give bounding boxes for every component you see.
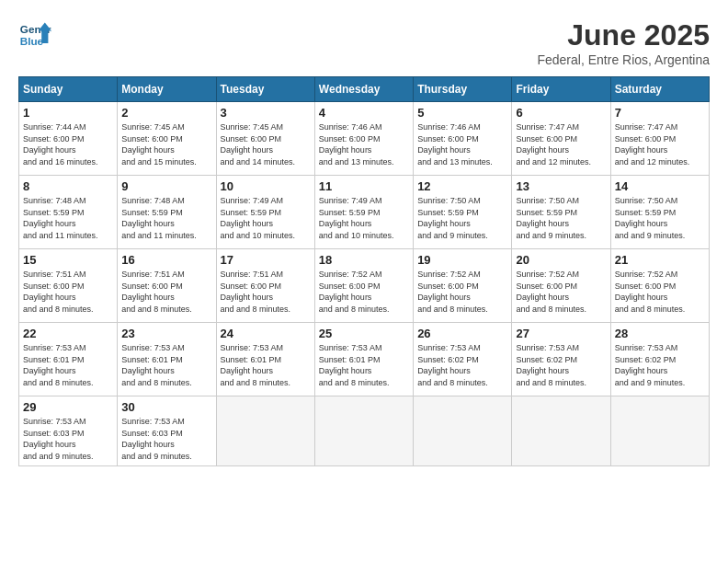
- calendar-day-cell: 13 Sunrise: 7:50 AM Sunset: 5:59 PM Dayl…: [512, 176, 610, 249]
- day-number: 26: [417, 327, 507, 340]
- weekday-header-friday: Friday: [512, 77, 610, 102]
- calendar-week-row: 15 Sunrise: 7:51 AM Sunset: 6:00 PM Dayl…: [19, 249, 710, 323]
- day-info: Sunrise: 7:47 AM Sunset: 6:00 PM Dayligh…: [516, 121, 606, 167]
- calendar-day-cell: 22 Sunrise: 7:53 AM Sunset: 6:01 PM Dayl…: [19, 323, 118, 396]
- day-number: 20: [516, 253, 606, 267]
- calendar-day-cell: 10 Sunrise: 7:49 AM Sunset: 5:59 PM Dayl…: [216, 176, 314, 249]
- day-number: 4: [319, 106, 409, 120]
- calendar-week-row: 8 Sunrise: 7:48 AM Sunset: 5:59 PM Dayli…: [19, 176, 710, 249]
- calendar-day-cell: [512, 396, 610, 466]
- day-info: Sunrise: 7:49 AM Sunset: 5:59 PM Dayligh…: [319, 195, 409, 241]
- day-info: Sunrise: 7:48 AM Sunset: 5:59 PM Dayligh…: [23, 195, 113, 241]
- calendar-day-cell: 12 Sunrise: 7:50 AM Sunset: 5:59 PM Dayl…: [414, 176, 512, 249]
- calendar-day-cell: 14 Sunrise: 7:50 AM Sunset: 5:59 PM Dayl…: [610, 176, 709, 249]
- calendar-day-cell: 3 Sunrise: 7:45 AM Sunset: 6:00 PM Dayli…: [216, 102, 314, 176]
- day-info: Sunrise: 7:53 AM Sunset: 6:02 PM Dayligh…: [417, 342, 507, 388]
- calendar-day-cell: 23 Sunrise: 7:53 AM Sunset: 6:01 PM Dayl…: [118, 323, 216, 396]
- day-info: Sunrise: 7:50 AM Sunset: 5:59 PM Dayligh…: [417, 195, 507, 241]
- day-number: 1: [23, 106, 113, 120]
- calendar-table: SundayMondayTuesdayWednesdayThursdayFrid…: [18, 76, 710, 466]
- calendar-day-cell: 29 Sunrise: 7:53 AM Sunset: 6:03 PM Dayl…: [19, 396, 118, 466]
- weekday-header-wednesday: Wednesday: [314, 77, 413, 102]
- logo: General Blue: [18, 18, 51, 52]
- day-info: Sunrise: 7:52 AM Sunset: 6:00 PM Dayligh…: [615, 269, 705, 315]
- calendar-day-cell: 19 Sunrise: 7:52 AM Sunset: 6:00 PM Dayl…: [414, 249, 512, 323]
- calendar-header-row: SundayMondayTuesdayWednesdayThursdayFrid…: [19, 77, 710, 102]
- day-info: Sunrise: 7:46 AM Sunset: 6:00 PM Dayligh…: [319, 121, 409, 167]
- day-number: 7: [615, 106, 705, 120]
- page-header: General Blue June 2025 Federal, Entre Ri…: [18, 18, 710, 67]
- calendar-day-cell: 16 Sunrise: 7:51 AM Sunset: 6:00 PM Dayl…: [118, 249, 216, 323]
- calendar-day-cell: 11 Sunrise: 7:49 AM Sunset: 5:59 PM Dayl…: [314, 176, 413, 249]
- day-number: 10: [221, 179, 311, 193]
- day-info: Sunrise: 7:45 AM Sunset: 6:00 PM Dayligh…: [121, 121, 211, 167]
- calendar-day-cell: 9 Sunrise: 7:48 AM Sunset: 5:59 PM Dayli…: [118, 176, 216, 249]
- calendar-day-cell: 5 Sunrise: 7:46 AM Sunset: 6:00 PM Dayli…: [414, 102, 512, 176]
- day-number: 27: [516, 327, 606, 340]
- day-number: 15: [23, 253, 113, 267]
- day-number: 14: [615, 179, 705, 193]
- calendar-week-row: 22 Sunrise: 7:53 AM Sunset: 6:01 PM Dayl…: [19, 323, 710, 396]
- day-number: 9: [121, 179, 211, 193]
- calendar-day-cell: 18 Sunrise: 7:52 AM Sunset: 6:00 PM Dayl…: [314, 249, 413, 323]
- day-info: Sunrise: 7:50 AM Sunset: 5:59 PM Dayligh…: [516, 195, 606, 241]
- day-number: 6: [516, 106, 606, 120]
- day-number: 22: [23, 327, 113, 340]
- calendar-day-cell: 1 Sunrise: 7:44 AM Sunset: 6:00 PM Dayli…: [19, 102, 118, 176]
- day-info: Sunrise: 7:53 AM Sunset: 6:02 PM Dayligh…: [516, 342, 606, 388]
- day-number: 16: [121, 253, 211, 267]
- calendar-day-cell: 20 Sunrise: 7:52 AM Sunset: 6:00 PM Dayl…: [512, 249, 610, 323]
- calendar-day-cell: [216, 396, 314, 466]
- title-area: June 2025 Federal, Entre Rios, Argentina: [537, 18, 710, 67]
- day-info: Sunrise: 7:53 AM Sunset: 6:02 PM Dayligh…: [615, 342, 705, 388]
- calendar-day-cell: 7 Sunrise: 7:47 AM Sunset: 6:00 PM Dayli…: [610, 102, 709, 176]
- day-info: Sunrise: 7:47 AM Sunset: 6:00 PM Dayligh…: [615, 121, 705, 167]
- day-info: Sunrise: 7:53 AM Sunset: 6:01 PM Dayligh…: [221, 342, 311, 388]
- day-info: Sunrise: 7:53 AM Sunset: 6:03 PM Dayligh…: [121, 416, 211, 462]
- calendar-day-cell: 17 Sunrise: 7:51 AM Sunset: 6:00 PM Dayl…: [216, 249, 314, 323]
- logo-icon: General Blue: [18, 18, 51, 52]
- day-number: 23: [121, 327, 211, 340]
- day-info: Sunrise: 7:50 AM Sunset: 5:59 PM Dayligh…: [615, 195, 705, 241]
- calendar-day-cell: 28 Sunrise: 7:53 AM Sunset: 6:02 PM Dayl…: [610, 323, 709, 396]
- day-number: 29: [23, 400, 113, 414]
- day-number: 25: [319, 327, 409, 340]
- calendar-day-cell: 8 Sunrise: 7:48 AM Sunset: 5:59 PM Dayli…: [19, 176, 118, 249]
- day-number: 2: [121, 106, 211, 120]
- svg-text:Blue: Blue: [20, 35, 44, 47]
- calendar-day-cell: 26 Sunrise: 7:53 AM Sunset: 6:02 PM Dayl…: [414, 323, 512, 396]
- day-info: Sunrise: 7:53 AM Sunset: 6:01 PM Dayligh…: [319, 342, 409, 388]
- day-number: 12: [417, 179, 507, 193]
- day-info: Sunrise: 7:51 AM Sunset: 6:00 PM Dayligh…: [121, 269, 211, 315]
- day-number: 13: [516, 179, 606, 193]
- calendar-day-cell: 4 Sunrise: 7:46 AM Sunset: 6:00 PM Dayli…: [314, 102, 413, 176]
- calendar-day-cell: 27 Sunrise: 7:53 AM Sunset: 6:02 PM Dayl…: [512, 323, 610, 396]
- day-number: 28: [615, 327, 705, 340]
- day-number: 24: [221, 327, 311, 340]
- day-info: Sunrise: 7:53 AM Sunset: 6:01 PM Dayligh…: [121, 342, 211, 388]
- day-number: 11: [319, 179, 409, 193]
- day-number: 18: [319, 253, 409, 267]
- calendar-day-cell: 2 Sunrise: 7:45 AM Sunset: 6:00 PM Dayli…: [118, 102, 216, 176]
- day-info: Sunrise: 7:53 AM Sunset: 6:01 PM Dayligh…: [23, 342, 113, 388]
- month-title: June 2025: [537, 18, 710, 52]
- day-info: Sunrise: 7:52 AM Sunset: 6:00 PM Dayligh…: [319, 269, 409, 315]
- day-info: Sunrise: 7:53 AM Sunset: 6:03 PM Dayligh…: [23, 416, 113, 462]
- day-info: Sunrise: 7:48 AM Sunset: 5:59 PM Dayligh…: [121, 195, 211, 241]
- location-title: Federal, Entre Rios, Argentina: [537, 52, 710, 67]
- weekday-header-tuesday: Tuesday: [216, 77, 314, 102]
- calendar-day-cell: 25 Sunrise: 7:53 AM Sunset: 6:01 PM Dayl…: [314, 323, 413, 396]
- calendar-day-cell: 30 Sunrise: 7:53 AM Sunset: 6:03 PM Dayl…: [118, 396, 216, 466]
- weekday-header-thursday: Thursday: [414, 77, 512, 102]
- calendar-day-cell: [414, 396, 512, 466]
- calendar-day-cell: 24 Sunrise: 7:53 AM Sunset: 6:01 PM Dayl…: [216, 323, 314, 396]
- day-number: 5: [417, 106, 507, 120]
- day-info: Sunrise: 7:46 AM Sunset: 6:00 PM Dayligh…: [417, 121, 507, 167]
- calendar-day-cell: [610, 396, 709, 466]
- day-info: Sunrise: 7:44 AM Sunset: 6:00 PM Dayligh…: [23, 121, 113, 167]
- day-number: 30: [121, 400, 211, 414]
- day-info: Sunrise: 7:52 AM Sunset: 6:00 PM Dayligh…: [516, 269, 606, 315]
- weekday-header-monday: Monday: [118, 77, 216, 102]
- calendar-week-row: 1 Sunrise: 7:44 AM Sunset: 6:00 PM Dayli…: [19, 102, 710, 176]
- day-info: Sunrise: 7:51 AM Sunset: 6:00 PM Dayligh…: [221, 269, 311, 315]
